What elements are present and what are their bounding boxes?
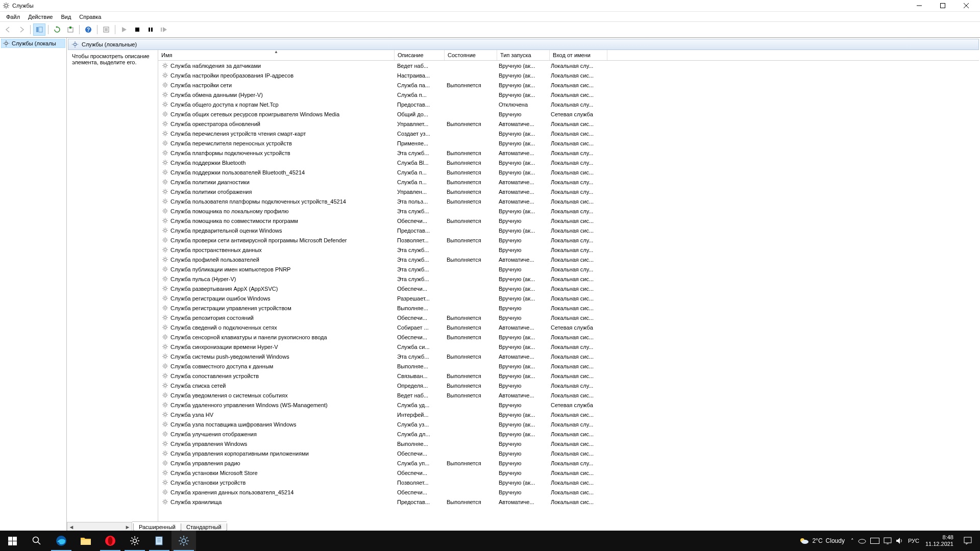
service-row[interactable]: Служба хранения данных пользователя_4521… [158,487,979,497]
service-row[interactable]: Служба поддержки BluetoothСлужба Bl...Вы… [158,158,979,167]
service-row[interactable]: Служба регистрации управления устройство… [158,303,979,313]
service-row[interactable]: Служба управления корпоративными приложе… [158,448,979,458]
language-indicator[interactable]: РУС [908,538,919,544]
service-row[interactable]: Служба управления радиоСлужба уп...Выпол… [158,458,979,468]
nav-back-button[interactable] [2,23,14,36]
service-row[interactable]: Служба хранилищаПредостав...ВыполняетсяА… [158,497,979,507]
onedrive-icon[interactable] [858,538,866,544]
service-row[interactable]: Служба общего доступа к портам Net.TcpПр… [158,99,979,109]
service-row[interactable]: Служба проверки сети антивирусной програ… [158,235,979,245]
search-button[interactable] [24,531,49,551]
restart-service-button[interactable] [158,23,170,36]
service-row[interactable]: Служба развертывания AppX (AppXSVC)Обесп… [158,284,979,293]
notifications-button[interactable] [960,537,976,545]
col-name[interactable]: Имя ▲ [158,50,395,60]
service-row[interactable]: Служба настройки сетиСлужба па...Выполня… [158,80,979,90]
service-row[interactable]: Служба помощника по совместимости програ… [158,216,979,226]
start-service-button[interactable] [118,23,130,36]
service-logon: Локальная сис... [548,72,605,79]
service-row[interactable]: Служба списка сетейОпределя...Выполняетс… [158,381,979,390]
col-status[interactable]: Состояние [445,50,497,60]
service-row[interactable]: Служба публикации имен компьютеров PNRPЭ… [158,264,979,274]
service-row[interactable]: Служба политики диагностикиСлужба п...Вы… [158,177,979,187]
col-description[interactable]: Описание [395,50,445,60]
menu-file[interactable]: Файл [2,13,24,21]
weather-widget[interactable]: 2°C Cloudy [799,536,845,546]
service-row[interactable]: Служба профилей пользователейЭта служб..… [158,255,979,264]
service-row[interactable]: Служба установки устройствПозволяет...Вр… [158,478,979,487]
menu-help[interactable]: Справка [75,13,105,21]
service-row[interactable]: Служба сенсорной клавиатуры и панели рук… [158,332,979,342]
col-startup[interactable]: Тип запуска [497,50,550,60]
service-row[interactable]: Служба сведений о подключенных сетяхСоби… [158,322,979,332]
service-row[interactable]: Служба обмена данными (Hyper-V)Служба п.… [158,90,979,99]
service-row[interactable]: Служба поддержки пользователей Bluetooth… [158,167,979,177]
service-row[interactable]: Служба пульса (Hyper-V)Эта служб...Вручн… [158,274,979,284]
service-row[interactable]: Служба перечислителя переносных устройст… [158,138,979,148]
start-button[interactable] [0,531,24,551]
service-row[interactable]: Служба узла поставщика шифрования Window… [158,419,979,429]
service-row[interactable]: Служба регистрации ошибок WindowsРазреша… [158,293,979,303]
show-hide-tree-button[interactable] [33,23,45,36]
service-row[interactable]: Служба системы push-уведомлений WindowsЭ… [158,352,979,361]
gear-icon [161,149,168,157]
service-row[interactable]: Служба улучшения отображенияСлужба дл...… [158,429,979,439]
service-row[interactable]: Служба наблюдения за датчикамиВедет наб.… [158,61,979,70]
service-status: Выполняется [444,373,496,379]
taskbar-app-opera[interactable] [98,531,122,551]
menu-view[interactable]: Вид [57,13,75,21]
service-row[interactable]: Служба узла HVИнтерфей...Вручную (ак...Л… [158,410,979,419]
keyboard-icon[interactable] [870,538,879,544]
svg-line-348 [166,396,167,397]
taskbar-app-edge[interactable] [49,531,74,551]
service-row[interactable]: Служба совместного доступа к даннымВыпол… [158,361,979,371]
service-row[interactable]: Служба предварительной оценки WindowsПре… [158,226,979,235]
close-button[interactable] [954,0,978,11]
service-startup: Вручную [496,460,548,466]
chevron-up-icon[interactable]: ˄ [851,538,854,544]
tab-standard[interactable]: Стандартный [181,523,227,531]
menu-action[interactable]: Действие [24,13,57,21]
service-row[interactable]: Служба репозитория состоянийОбеспечи...В… [158,313,979,322]
service-row[interactable]: Служба платформы подключенных устройствЭ… [158,148,979,158]
properties-button[interactable] [100,23,112,36]
service-row[interactable]: Служба оркестратора обновленийУправляет.… [158,119,979,129]
service-row[interactable]: Служба удаленного управления Windows (WS… [158,400,979,410]
service-row[interactable]: Служба сопоставления устройствСвязыван..… [158,371,979,381]
stop-service-button[interactable] [131,23,143,36]
scroll-right-icon[interactable]: ► [124,523,132,531]
svg-point-54 [164,84,166,86]
taskbar-app-settings[interactable] [122,531,147,551]
service-row[interactable]: Служба синхронизации времени Hyper-VСлуж… [158,342,979,352]
gear-icon [161,363,168,370]
service-row[interactable]: Служба уведомления о системных событияхВ… [158,390,979,400]
service-row[interactable]: Служба политики отображенияУправлен...Вы… [158,187,979,196]
volume-icon[interactable] [896,537,904,544]
tab-extended[interactable]: Расширенный [133,523,181,531]
clock[interactable]: 8:48 11.12.2021 [925,534,953,547]
pause-service-button[interactable] [144,23,157,36]
service-row[interactable]: Служба пространственных данныхЭта служб.… [158,245,979,255]
tray-icons[interactable]: ˄ РУС [851,537,919,544]
col-logon[interactable]: Вход от имени [550,50,607,60]
svg-line-187 [166,219,167,219]
tree-item-services-local[interactable]: Службы (локалы [1,39,65,48]
help-button[interactable]: ? [82,23,94,36]
minimize-button[interactable] [908,0,931,11]
service-row[interactable]: Служба общих сетевых ресурсов проигрыват… [158,109,979,119]
refresh-button[interactable] [51,23,63,36]
service-row[interactable]: Служба пользователя платформы подключенн… [158,196,979,206]
scroll-left-icon[interactable]: ◄ [67,523,76,531]
service-row[interactable]: Служба управления WindowsВыполняе...Вруч… [158,439,979,448]
service-row[interactable]: Служба установки Microsoft StoreОбеспечи… [158,468,979,478]
maximize-button[interactable] [931,0,954,11]
service-row[interactable]: Служба перечисления устройств чтения сма… [158,129,979,138]
service-row[interactable]: Служба помощника по локальному профилюЭт… [158,206,979,216]
service-row[interactable]: Служба настройки преобразования IP-адрес… [158,70,979,80]
taskbar-app-notepad[interactable] [147,531,172,551]
export-button[interactable] [64,23,77,36]
taskbar-app-services[interactable] [172,531,196,551]
taskbar-app-explorer[interactable] [74,531,98,551]
nav-forward-button[interactable] [15,23,28,36]
network-icon[interactable] [884,537,892,544]
